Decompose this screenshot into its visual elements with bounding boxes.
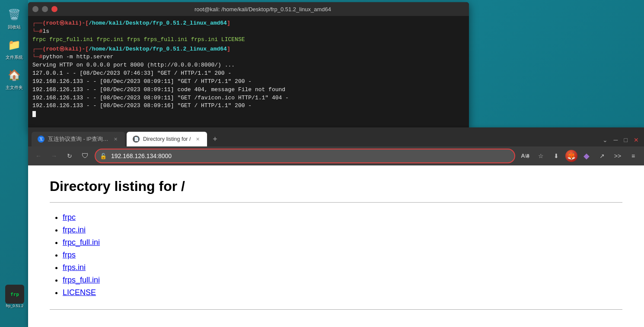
list-item: LICENSE [63, 288, 622, 297]
list-item: frpc_full.ini [63, 238, 622, 247]
frp-icon-img: frp [5, 285, 24, 304]
sidebar-icon-trash[interactable]: 🗑️ 回收站 [2, 4, 26, 32]
bookmark-btn[interactable]: ☆ [534, 149, 547, 162]
terminal-line-1b: └─# ls [32, 28, 465, 36]
list-item: frps_full.ini [63, 276, 622, 285]
terminal-close-btn[interactable] [51, 6, 57, 12]
window-minimize-btn[interactable]: ─ [612, 136, 620, 144]
menu-btn[interactable]: ≡ [627, 149, 640, 162]
terminal-maximize-btn[interactable] [42, 6, 48, 12]
share-icon: ↗ [599, 152, 605, 159]
back-btn[interactable]: ← [32, 150, 45, 162]
shield-btn[interactable]: 🛡 [79, 150, 91, 162]
file-link-frpsfullini[interactable]: frps_full.ini [63, 276, 100, 284]
star-icon: ☆ [538, 152, 544, 159]
tab2-close-btn[interactable]: ✕ [194, 136, 201, 143]
list-item: frpc.ini [63, 225, 622, 235]
file-link-frpcini[interactable]: frpc.ini [63, 225, 86, 234]
browser-tabbar: 互 互连协议查询 - IP查询 - 查IP(w... ✕ 📄 Directory… [28, 127, 644, 146]
lock-icon: 🔓 [100, 153, 107, 159]
browser-tab-1[interactable]: 互 互连协议查询 - IP查询 - 查IP(w... ✕ [32, 132, 125, 146]
window-maximize-btn[interactable]: □ [622, 136, 629, 144]
download-icon: ⬇ [554, 152, 559, 159]
translate-icon: A译 [521, 152, 529, 159]
terminal-window: root@kali: /home/kali/Desktop/frp_0.51.2… [28, 2, 469, 130]
menu-icon: ≡ [631, 152, 635, 159]
tab-list-btn[interactable]: ⌄ [601, 136, 609, 144]
forward-icon: → [51, 152, 57, 159]
more-tools-icon: >> [614, 152, 621, 159]
terminal-cursor [32, 111, 36, 117]
browser-content: Directory listing for / frpc frpc.ini fr… [28, 165, 644, 327]
terminal-output-2: Serving HTTP on 0.0.0.0 port 8000 (http:… [32, 61, 465, 70]
shield-icon: 🛡 [82, 152, 89, 160]
extensions-btn[interactable]: ◆ [580, 149, 593, 162]
share-btn[interactable]: ↗ [596, 149, 609, 162]
back-icon: ← [35, 152, 41, 159]
reload-btn[interactable]: ↻ [64, 150, 76, 162]
browser-tab-2[interactable]: 📄 Directory listing for / ✕ [127, 132, 207, 146]
browser-toolbar: ← → ↻ 🛡 🔓 A译 ☆ ⬇ [28, 146, 644, 165]
files-icon: 📁 [6, 36, 23, 54]
file-link-frpc[interactable]: frpc [63, 213, 76, 222]
tab-controls: ⌄ ─ □ ✕ [601, 136, 641, 144]
sidebar-icon-files[interactable]: 📁 文件系统 [2, 35, 26, 62]
file-link-frpcfullini[interactable]: frpc_full.ini [63, 238, 100, 247]
tab1-close-btn[interactable]: ✕ [112, 136, 119, 143]
sidebar-trash-label: 回收站 [8, 24, 21, 30]
home-icon: 🏠 [6, 67, 23, 84]
terminal-line-2: ┌──(root㉿kali)-[/home/kali/Desktop/frp_0… [32, 45, 465, 54]
file-link-license[interactable]: LICENSE [63, 288, 96, 297]
tab1-favicon: 互 [38, 136, 45, 143]
page-title: Directory listing for / [50, 178, 622, 194]
address-bar-container: 🔓 [95, 149, 515, 163]
terminal-titlebar: root@kali: /home/kali/Desktop/frp_0.51.2… [28, 2, 469, 16]
forward-btn[interactable]: → [48, 150, 60, 162]
list-item: frpc [63, 213, 622, 222]
frp-icon-label: frp_0.51.2 [6, 304, 24, 308]
bottom-divider [50, 309, 622, 310]
extensions-icon: ◆ [583, 151, 590, 161]
download-btn[interactable]: ⬇ [550, 149, 563, 162]
terminal-output-1: frpc frpc_full.ini frpc.ini frps frps_fu… [32, 36, 465, 44]
translate-btn[interactable]: A译 [519, 149, 532, 162]
terminal-line-2b: └─# python -m http.server [32, 53, 465, 61]
browser-window: 互 互连协议查询 - IP查询 - 查IP(w... ✕ 📄 Directory… [28, 127, 644, 327]
sidebar: 🗑️ 回收站 📁 文件系统 🏠 主文件夹 [0, 0, 28, 327]
trash-icon: 🗑️ [6, 6, 23, 23]
terminal-output-4: 192.168.126.133 - - [08/Dec/2023 08:09:1… [32, 78, 465, 86]
terminal-output-3: 127.0.0.1 - - [08/Dec/2023 07:46:33] "GE… [32, 70, 465, 78]
sidebar-icon-home[interactable]: 🏠 主文件夹 [2, 65, 26, 92]
address-bar[interactable] [95, 149, 515, 163]
window-close-btn[interactable]: ✕ [632, 136, 641, 144]
tab2-label: Directory listing for / [143, 136, 191, 142]
list-item: frps.ini [63, 263, 622, 272]
reload-icon: ↻ [67, 152, 72, 159]
terminal-output-6: 192.168.126.133 - - [08/Dec/2023 08:09:1… [32, 94, 465, 102]
terminal-line-1: ┌──(root㉿kali)-[/home/kali/Desktop/frp_0… [32, 19, 465, 28]
tab1-label: 互连协议查询 - IP查询 - 查IP(w... [48, 136, 108, 143]
toolbar-right: A译 ☆ ⬇ 🦊 ◆ ↗ >> ≡ [519, 149, 640, 162]
terminal-title: root@kali: /home/kali/Desktop/frp_0.51.2… [61, 6, 465, 13]
new-tab-btn[interactable]: + [209, 133, 221, 145]
terminal-output-7: 192.168.126.133 - - [08/Dec/2023 08:09:1… [32, 102, 465, 110]
more-tools-btn[interactable]: >> [611, 149, 624, 162]
sidebar-files-label: 文件系统 [6, 54, 23, 60]
file-link-frpsini[interactable]: frps.ini [63, 263, 86, 272]
file-list: frpc frpc.ini frpc_full.ini frps frps.in… [50, 213, 622, 297]
top-divider [50, 202, 622, 203]
sidebar-home-label: 主文件夹 [6, 85, 23, 91]
terminal-output-5: 192.168.126.133 - - [08/Dec/2023 08:09:1… [32, 86, 465, 94]
desktop-frp-icon[interactable]: frp frp_0.51.2 [2, 283, 28, 310]
user-avatar[interactable]: 🦊 [565, 150, 577, 162]
terminal-minimize-btn[interactable] [32, 6, 38, 12]
avatar-icon: 🦊 [567, 152, 576, 160]
terminal-body[interactable]: ┌──(root㉿kali)-[/home/kali/Desktop/frp_0… [28, 16, 469, 130]
terminal-cursor-line [32, 110, 465, 118]
tab2-favicon: 📄 [133, 136, 140, 143]
file-link-frps[interactable]: frps [63, 251, 76, 259]
list-item: frps [63, 251, 622, 260]
